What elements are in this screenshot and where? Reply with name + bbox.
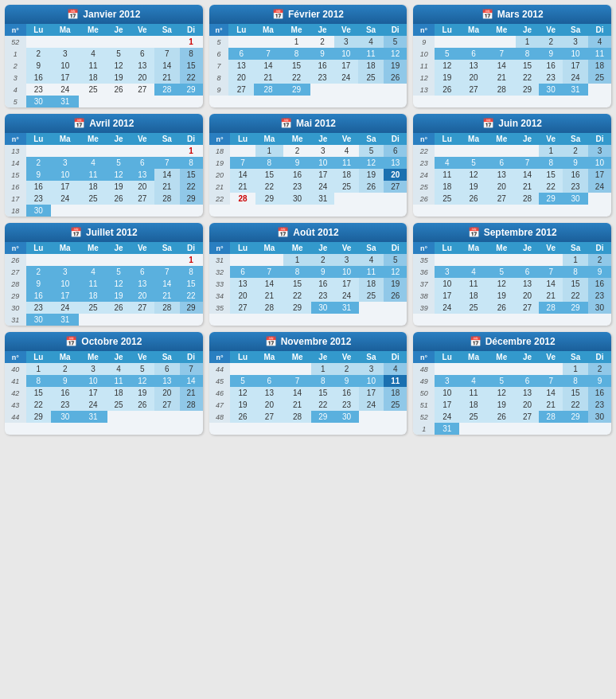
day-cell: 11 bbox=[334, 157, 358, 169]
day-cell: 4 bbox=[435, 157, 460, 169]
day-cell bbox=[488, 254, 516, 266]
col-header-sa: Sa bbox=[154, 24, 180, 36]
day-cell bbox=[107, 36, 131, 48]
day-cell: 27 bbox=[228, 84, 254, 96]
day-cell: 8 bbox=[180, 48, 203, 60]
month-title-0: Janvier 2012 bbox=[83, 9, 140, 20]
day-cell: 27 bbox=[516, 302, 539, 314]
day-cell: 15 bbox=[516, 60, 539, 72]
day-cell: 22 bbox=[283, 290, 311, 302]
day-cell: 6 bbox=[384, 145, 407, 157]
calendar-grid: 📅Janvier 2012n°LuMaMeJeVeSaDi52112345678… bbox=[5, 5, 611, 435]
day-cell: 28 bbox=[180, 399, 203, 411]
calendar-icon-0: 📅 bbox=[67, 9, 79, 20]
day-cell: 9 bbox=[51, 375, 79, 387]
day-cell: 1 bbox=[255, 145, 283, 157]
month-card-11: 📅Décembre 2012n°LuMaMeJeVeSaDi4812493456… bbox=[413, 332, 611, 435]
day-cell: 28 bbox=[154, 302, 180, 314]
calendar-icon-5: 📅 bbox=[482, 118, 494, 129]
week-num-40: 40 bbox=[5, 363, 26, 375]
day-cell: 22 bbox=[180, 290, 203, 302]
day-cell: 26 bbox=[107, 302, 131, 314]
day-cell: 30 bbox=[26, 96, 52, 107]
day-cell bbox=[459, 145, 487, 157]
day-cell: 30 bbox=[563, 193, 588, 205]
day-cell: 22 bbox=[539, 181, 563, 193]
day-cell: 12 bbox=[107, 60, 131, 72]
week-num-12: 12 bbox=[413, 72, 435, 84]
col-header-nnum: n° bbox=[209, 133, 231, 145]
day-cell: 5 bbox=[107, 48, 131, 60]
day-cell: 12 bbox=[384, 48, 407, 60]
table-row: 45567891011 bbox=[209, 375, 407, 387]
col-header-me: Me bbox=[488, 242, 516, 254]
day-cell bbox=[107, 205, 131, 217]
day-cell: 31 bbox=[334, 302, 358, 314]
day-cell: 15 bbox=[283, 60, 311, 72]
month-header-7: 📅Août 2012 bbox=[209, 223, 407, 242]
col-header-sa: Sa bbox=[359, 133, 384, 145]
day-cell bbox=[384, 84, 407, 96]
day-cell: 19 bbox=[359, 169, 384, 181]
day-cell bbox=[107, 254, 131, 266]
day-cell: 11 bbox=[358, 48, 384, 60]
col-header-ma: Ma bbox=[459, 242, 487, 254]
week-num-52: 52 bbox=[413, 411, 435, 423]
day-cell: 8 bbox=[563, 375, 588, 387]
day-cell: 11 bbox=[359, 266, 384, 278]
day-cell bbox=[539, 254, 563, 266]
col-header-sa: Sa bbox=[359, 242, 384, 254]
col-header-ve: Ve bbox=[131, 133, 154, 145]
day-cell: 1 bbox=[283, 254, 311, 266]
col-header-nnum: n° bbox=[5, 133, 26, 145]
day-cell: 3 bbox=[51, 48, 79, 60]
day-cell: 30 bbox=[588, 302, 611, 314]
day-cell: 21 bbox=[488, 72, 516, 84]
day-cell: 13 bbox=[516, 387, 539, 399]
day-cell bbox=[26, 36, 52, 48]
week-num-34: 34 bbox=[209, 290, 231, 302]
col-header-di: Di bbox=[588, 24, 611, 36]
day-cell: 4 bbox=[79, 48, 107, 60]
day-cell bbox=[539, 363, 563, 375]
day-cell: 28 bbox=[255, 302, 283, 314]
day-cell: 11 bbox=[588, 48, 611, 60]
col-header-ve: Ve bbox=[131, 351, 154, 363]
day-cell: 25 bbox=[588, 72, 611, 84]
day-cell: 6 bbox=[230, 266, 255, 278]
day-cell: 13 bbox=[228, 60, 254, 72]
day-cell: 19 bbox=[384, 60, 407, 72]
week-num-25: 25 bbox=[413, 181, 435, 193]
day-cell: 15 bbox=[311, 387, 334, 399]
col-header-ve: Ve bbox=[131, 24, 154, 36]
day-cell: 10 bbox=[51, 60, 79, 72]
col-header-je: Je bbox=[311, 242, 334, 254]
table-row: 1219202122232425 bbox=[413, 72, 611, 84]
month-header-10: 📅Novembre 2012 bbox=[209, 332, 407, 351]
day-cell: 25 bbox=[358, 72, 384, 84]
col-header-sa: Sa bbox=[154, 351, 180, 363]
day-cell: 18 bbox=[384, 387, 407, 399]
week-num-16: 16 bbox=[5, 181, 26, 193]
week-num-29: 29 bbox=[5, 290, 26, 302]
day-cell: 12 bbox=[107, 278, 131, 290]
day-cell: 8 bbox=[283, 48, 311, 60]
day-cell: 7 bbox=[154, 157, 180, 169]
day-cell: 24 bbox=[334, 290, 358, 302]
col-header-ma: Ma bbox=[459, 351, 487, 363]
col-header-nnum: n° bbox=[413, 242, 435, 254]
col-header-di: Di bbox=[384, 242, 407, 254]
col-header-me: Me bbox=[79, 133, 107, 145]
day-cell: 1 bbox=[283, 36, 311, 48]
day-cell: 23 bbox=[588, 290, 611, 302]
day-cell: 4 bbox=[359, 254, 384, 266]
table-row: 41891011121314 bbox=[5, 375, 203, 387]
calendar-icon-1: 📅 bbox=[272, 9, 284, 20]
day-cell bbox=[359, 193, 384, 205]
day-cell: 8 bbox=[516, 48, 539, 60]
day-cell: 14 bbox=[539, 387, 563, 399]
day-cell: 17 bbox=[563, 60, 588, 72]
day-cell: 15 bbox=[563, 387, 588, 399]
day-cell: 9 bbox=[26, 169, 52, 181]
month-header-3: 📅Avril 2012 bbox=[5, 114, 203, 133]
